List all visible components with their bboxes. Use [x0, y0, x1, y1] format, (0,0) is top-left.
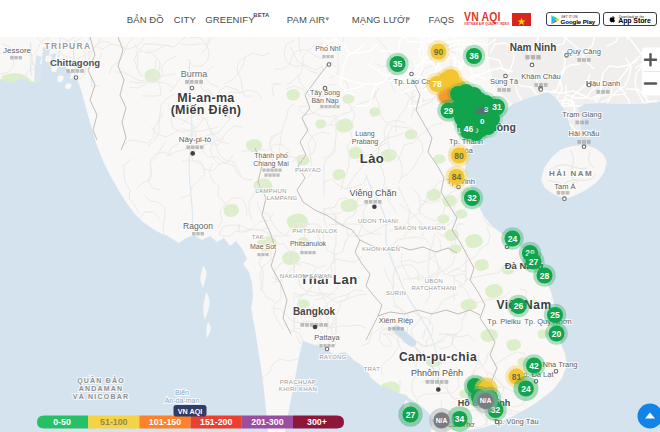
svg-text:An-da-man: An-da-man	[165, 397, 200, 404]
svg-text:KHIRI KHAN: KHIRI KHAN	[279, 386, 317, 392]
svg-text:Pattaya: Pattaya	[314, 333, 340, 342]
svg-text:VN AQI: VN AQI	[178, 407, 203, 416]
svg-text:TAK: TAK	[252, 234, 264, 240]
svg-text:QUẦN ĐẢO: QUẦN ĐẢO	[77, 375, 125, 385]
svg-text:UBON: UBON	[425, 278, 444, 284]
svg-text:46: 46	[464, 124, 474, 134]
svg-text:N/A: N/A	[480, 397, 492, 404]
svg-text:(Miến Điện): (Miến Điện)	[171, 103, 242, 117]
svg-text:42: 42	[529, 361, 539, 371]
svg-text:Mậu Danh: Mậu Danh	[586, 79, 621, 88]
svg-text:TRAT: TRAT	[364, 366, 380, 372]
svg-text:Khâm Châu: Khâm Châu	[521, 72, 561, 81]
svg-text:27: 27	[406, 410, 416, 420]
svg-text:Bản Nạp: Bản Nạp	[311, 97, 338, 105]
svg-text:HẢI NAM: HẢI NAM	[549, 169, 593, 178]
svg-text:PHAYAO: PHAYAO	[295, 167, 321, 173]
svg-text:Bangkok: Bangkok	[293, 306, 336, 317]
svg-text:Phitsanulok: Phitsanulok	[290, 240, 327, 247]
svg-text:Prabang: Prabang	[352, 138, 379, 146]
svg-text:201-300: 201-300	[251, 417, 283, 427]
svg-text:Lào: Lào	[360, 151, 385, 166]
svg-text:Thành phố: Thành phố	[254, 151, 288, 160]
svg-text:31: 31	[492, 102, 502, 112]
svg-text:51-100: 51-100	[100, 417, 127, 427]
svg-text:ANDAMAN: ANDAMAN	[79, 385, 124, 392]
svg-text:PRACHUAP: PRACHUAP	[280, 379, 317, 385]
svg-text:0-50: 0-50	[53, 417, 71, 427]
svg-text:Jessore: Jessore	[3, 46, 32, 55]
svg-text:TRIPURA: TRIPURA	[45, 41, 92, 51]
svg-text:LAMPANG: LAMPANG	[267, 195, 298, 201]
svg-text:Luang: Luang	[355, 130, 375, 138]
svg-text:NAKHON SAWAN: NAKHON SAWAN	[280, 273, 333, 279]
svg-text:29: 29	[444, 106, 454, 116]
svg-text:Tp. Pleiku: Tp. Pleiku	[487, 317, 520, 326]
svg-text:Xiêm Riệp: Xiêm Riệp	[379, 316, 414, 325]
svg-text:PHITSANULOK: PHITSANULOK	[292, 228, 338, 234]
svg-text:SURIN: SURIN	[386, 290, 406, 296]
svg-text:Nha Trang: Nha Trang	[542, 360, 577, 369]
svg-text:80: 80	[454, 151, 464, 161]
svg-text:SAKON NAKHON: SAKON NAKHON	[394, 225, 446, 231]
svg-text:N/A: N/A	[436, 417, 448, 424]
svg-text:Phố Nhĩ: Phố Nhĩ	[315, 44, 341, 52]
svg-text:Phnôm Pênh: Phnôm Pênh	[411, 368, 463, 378]
svg-text:35: 35	[393, 59, 403, 69]
svg-text:32: 32	[467, 193, 477, 203]
svg-text:Chittagong: Chittagong	[50, 57, 100, 68]
svg-text:20: 20	[552, 329, 562, 339]
svg-text:78: 78	[432, 79, 442, 89]
svg-text:RAYONG: RAYONG	[319, 354, 346, 360]
svg-text:Tam Á: Tam Á	[554, 182, 575, 191]
svg-text:RATCHATHANI: RATCHATHANI	[411, 285, 456, 291]
svg-text:Burma: Burma	[181, 69, 208, 79]
svg-text:24: 24	[521, 384, 531, 394]
svg-text:300+: 300+	[307, 417, 327, 427]
svg-text:0: 0	[480, 117, 485, 126]
svg-text:UDON THANI: UDON THANI	[358, 218, 398, 224]
svg-text:Cam-pu-chia: Cam-pu-chia	[399, 350, 477, 364]
svg-text:VÀ NICOBAR: VÀ NICOBAR	[73, 392, 129, 400]
svg-text:25: 25	[550, 310, 560, 320]
svg-text:Nam Ninh: Nam Ninh	[510, 42, 557, 53]
svg-text:Quý Cảng: Quý Cảng	[567, 47, 601, 56]
svg-text:Hải Khẩu: Hải Khẩu	[569, 129, 600, 138]
svg-text:34: 34	[455, 414, 465, 424]
svg-text:26: 26	[514, 301, 524, 311]
svg-text:27: 27	[529, 257, 539, 267]
svg-text:LAMPHUN: LAMPHUN	[255, 188, 286, 194]
svg-text:Biển: Biển	[175, 389, 189, 396]
svg-text:Mae Sot: Mae Sot	[250, 243, 276, 250]
svg-text:84: 84	[452, 172, 462, 182]
svg-text:Ragoon: Ragoon	[183, 221, 213, 231]
svg-text:KHON KAEN: KHON KAEN	[362, 246, 400, 252]
svg-text:Chiang Mai: Chiang Mai	[253, 160, 289, 168]
svg-text:151-200: 151-200	[200, 417, 232, 427]
svg-text:24: 24	[508, 234, 518, 244]
svg-text:Trạm Giang: Trạm Giang	[562, 110, 601, 119]
svg-text:Nây-pi-tô: Nây-pi-tô	[179, 135, 212, 144]
svg-text:101-150: 101-150	[149, 417, 181, 427]
svg-text:36: 36	[469, 51, 479, 61]
svg-text:Viêng Chăn: Viêng Chăn	[350, 188, 397, 198]
svg-text:Sùng Tả: Sùng Tả	[490, 77, 519, 86]
svg-text:90: 90	[434, 47, 444, 57]
svg-text:28: 28	[540, 271, 550, 281]
